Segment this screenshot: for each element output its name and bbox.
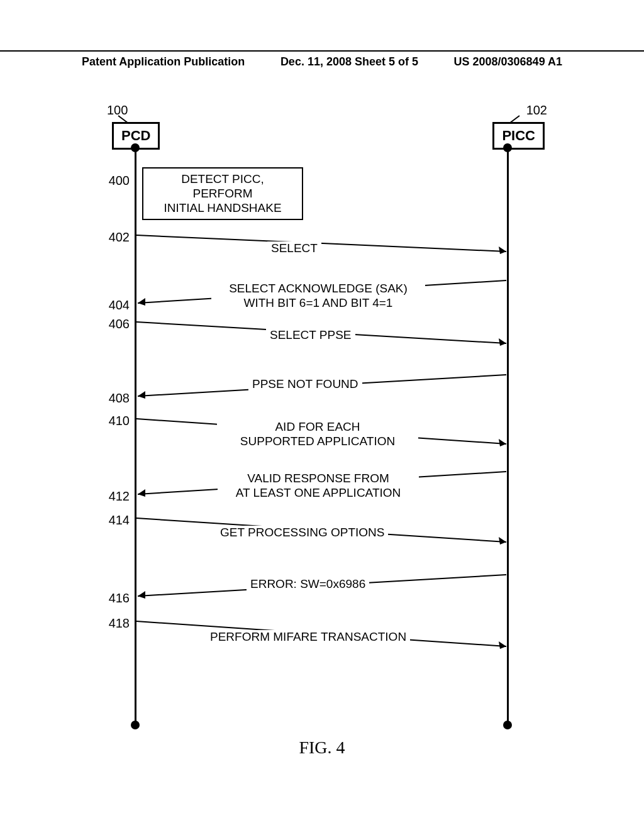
figure-caption: FIG. 4	[0, 738, 644, 758]
svg-marker-17	[138, 591, 145, 599]
page-header: Patent Application Publication Dec. 11, …	[0, 50, 644, 69]
msg-402: SELECT	[267, 241, 321, 256]
lifeline-start-picc	[503, 143, 512, 152]
header-right: US 2008/0306849 A1	[454, 55, 562, 69]
participant-picc: PICC	[492, 122, 545, 150]
svg-marker-19	[499, 641, 506, 649]
step-404-ref: 404	[99, 298, 130, 313]
svg-marker-15	[499, 537, 506, 545]
svg-marker-5	[138, 298, 145, 306]
step-400-box: DETECT PICC, PERFORM INITIAL HANDSHAKE	[142, 167, 303, 220]
step-400-ref: 400	[99, 174, 130, 188]
svg-marker-9	[138, 391, 145, 399]
svg-marker-11	[499, 439, 506, 446]
msg-404-line1: SELECT ACKNOWLEDGE (SAK)	[229, 282, 408, 295]
msg-412-line1: VALID RESPONSE FROM	[247, 472, 389, 485]
lifeline-end-picc	[503, 721, 512, 729]
step-400-line1: DETECT PICC, PERFORM	[181, 172, 264, 200]
msg-404-line2: WITH BIT 6=1 AND BIT 4=1	[244, 296, 393, 309]
svg-line-2	[136, 235, 506, 252]
step-406-ref: 406	[99, 317, 130, 331]
msg-408: PPSE NOT FOUND	[248, 377, 362, 392]
participant-picc-label: PICC	[502, 128, 535, 143]
msg-412: VALID RESPONSE FROM AT LEAST ONE APPLICA…	[218, 472, 419, 501]
msg-414: GET PROCESSING OPTIONS	[216, 526, 388, 540]
msg-418: PERFORM MIFARE TRANSACTION	[206, 630, 410, 645]
lifeline-end-pcd	[131, 721, 140, 729]
msg-412-line2: AT LEAST ONE APPLICATION	[236, 486, 401, 499]
header-left: Patent Application Publication	[82, 55, 245, 69]
step-410-ref: 410	[99, 414, 130, 428]
msg-416: ERROR: SW=0x6986	[247, 577, 369, 592]
msg-410-line2: SUPPORTED APPLICATION	[240, 434, 395, 448]
lifeline-start-pcd	[131, 143, 140, 152]
svg-marker-3	[499, 246, 506, 254]
msg-410: AID FOR EACH SUPPORTED APPLICATION	[217, 420, 418, 449]
msg-410-line1: AID FOR EACH	[275, 420, 360, 433]
step-412-ref: 412	[99, 489, 130, 504]
arrow-402	[136, 233, 508, 258]
msg-404: SELECT ACKNOWLEDGE (SAK) WITH BIT 6=1 AN…	[211, 282, 425, 311]
msg-406: SELECT PPSE	[266, 328, 355, 343]
svg-marker-7	[499, 338, 506, 346]
step-408-ref: 408	[99, 391, 130, 406]
header-center: Dec. 11, 2008 Sheet 5 of 5	[280, 55, 418, 69]
ref-picc: 102	[526, 103, 547, 118]
step-414-ref: 414	[99, 513, 130, 528]
step-418-ref: 418	[99, 616, 130, 631]
participant-pcd-label: PCD	[121, 128, 150, 143]
svg-marker-13	[138, 489, 145, 497]
step-400-line2: INITIAL HANDSHAKE	[164, 201, 281, 214]
step-402-ref: 402	[99, 230, 130, 245]
step-416-ref: 416	[99, 591, 130, 606]
sequence-diagram: 100 102 PCD PICC 400 DETECT PICC, PERFOR…	[107, 107, 535, 736]
